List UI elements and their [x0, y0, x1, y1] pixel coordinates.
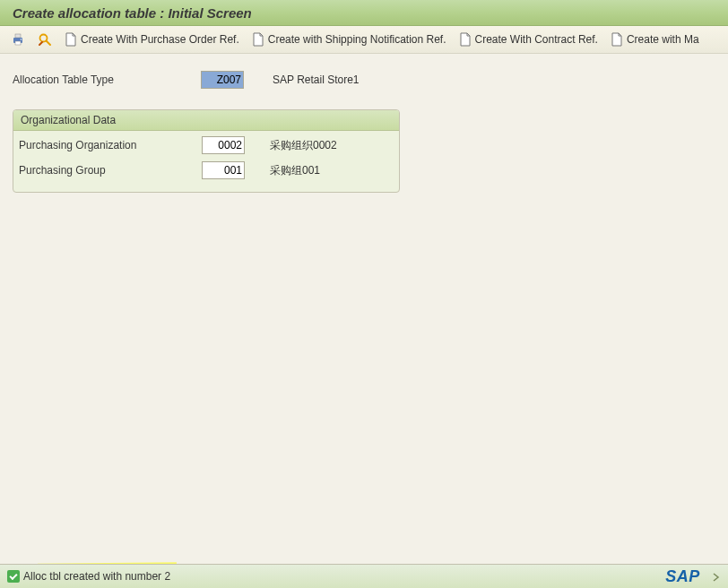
page-title: Create allocation table : Initial Screen — [13, 5, 252, 21]
alloc-type-row: Allocation Table Type SAP Retail Store1 — [13, 70, 715, 90]
status-left: Alloc tbl created with number 2 — [7, 570, 170, 583]
sap-logo: SAP — [665, 567, 706, 585]
alloc-type-label: Allocation Table Type — [13, 74, 201, 86]
create-with-contract-button[interactable]: Create With Contract Ref. — [459, 32, 598, 47]
purch-org-desc: 采购组织0002 — [270, 138, 337, 153]
document-icon — [65, 32, 77, 47]
purch-grp-row: Purchasing Group 采购组001 — [19, 160, 394, 181]
purch-org-label: Purchasing Organization — [19, 139, 202, 151]
create-with-po-button[interactable]: Create With Purchase Order Ref. — [65, 32, 239, 47]
purch-grp-input[interactable] — [202, 161, 245, 179]
content-area: Allocation Table Type SAP Retail Store1 … — [0, 54, 728, 193]
create-with-ma-label: Create with Ma — [627, 33, 699, 46]
alloc-type-desc: SAP Retail Store1 — [273, 74, 360, 86]
find-icon[interactable] — [38, 32, 52, 47]
purch-org-row: Purchasing Organization 采购组织0002 — [19, 134, 394, 156]
org-data-header: Organizational Data — [13, 110, 399, 131]
toolbar: Create With Purchase Order Ref. Create w… — [0, 26, 728, 54]
branding: SAP — [665, 567, 721, 586]
purch-org-input[interactable] — [202, 136, 245, 154]
status-bar: Alloc tbl created with number 2 SAP — [0, 564, 728, 588]
create-with-contract-label: Create With Contract Ref. — [475, 33, 598, 46]
create-with-shipping-button[interactable]: Create with Shipping Notification Ref. — [252, 32, 446, 47]
print-icon[interactable] — [11, 32, 25, 47]
title-bar: Create allocation table : Initial Screen — [0, 0, 728, 26]
document-icon — [611, 32, 623, 47]
success-icon — [7, 570, 20, 583]
create-with-shipping-label: Create with Shipping Notification Ref. — [268, 33, 446, 46]
svg-rect-1 — [15, 34, 21, 38]
svg-line-5 — [47, 41, 51, 46]
org-data-group: Organizational Data Purchasing Organizat… — [13, 109, 400, 193]
purch-grp-desc: 采购组001 — [270, 163, 320, 178]
document-icon — [459, 32, 472, 47]
alloc-type-input[interactable] — [201, 71, 244, 89]
purch-grp-label: Purchasing Group — [19, 164, 202, 177]
create-with-ma-button[interactable]: Create with Ma — [611, 32, 699, 47]
svg-point-3 — [21, 39, 22, 40]
document-icon — [252, 32, 264, 47]
chevron-right-icon[interactable] — [712, 572, 721, 584]
create-with-po-label: Create With Purchase Order Ref. — [81, 33, 239, 46]
status-message: Alloc tbl created with number 2 — [23, 570, 170, 583]
svg-rect-2 — [15, 41, 21, 45]
